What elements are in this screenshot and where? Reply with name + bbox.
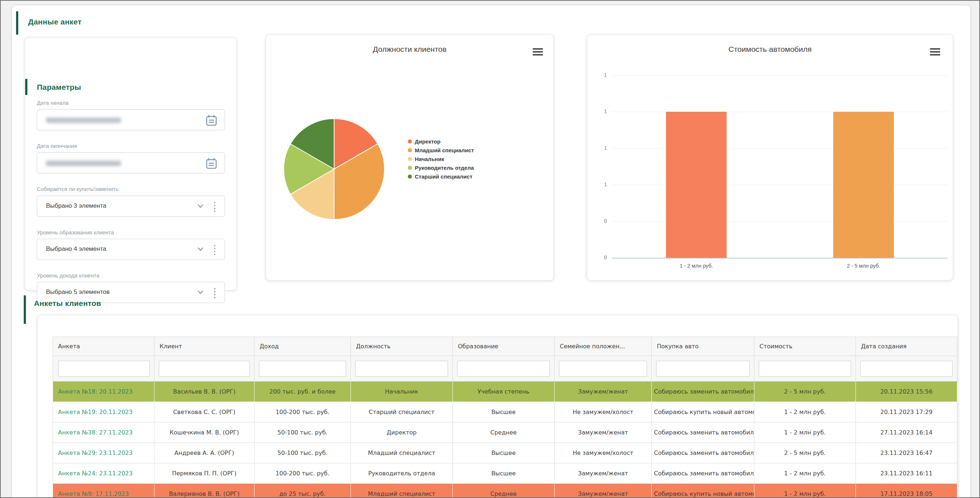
client-sheets-table-wrap: АнкетаКлиентДоходДолжностьОбразованиеСем… bbox=[52, 337, 958, 498]
table-cell: Собираюсь купить новый автомобиль bbox=[652, 484, 754, 498]
section-accent-bar bbox=[16, 11, 18, 35]
sheet-link[interactable]: Анкета №19: 20.11.2023 bbox=[58, 409, 132, 415]
sheet-link[interactable]: Анкета №18: 20.11.2023 bbox=[58, 388, 132, 395]
column-filter-input[interactable] bbox=[457, 361, 550, 377]
y-axis-tick-label: 1 bbox=[589, 72, 607, 78]
column-header[interactable]: Дата создания bbox=[856, 337, 957, 356]
table-cell: Старший специалист bbox=[351, 402, 453, 422]
column-filter-input[interactable] bbox=[759, 361, 851, 377]
table-cell: Учебная степень bbox=[453, 382, 555, 402]
table-row[interactable]: Анкета №18: 20.11.2023Васильев В. В. (ОР… bbox=[53, 382, 957, 402]
table-cell: Анкета №19: 20.11.2023 bbox=[53, 402, 154, 422]
positions-pie-chart[interactable] bbox=[283, 118, 385, 220]
filter-cell bbox=[154, 356, 255, 382]
sheet-link[interactable]: Анкета №29: 23.11.2023 bbox=[58, 449, 132, 457]
sheet-link[interactable]: Анкета №38: 27.11.2023 bbox=[58, 429, 132, 436]
table-cell: Замужем/женат bbox=[555, 422, 652, 443]
filter-cell bbox=[255, 356, 351, 382]
table-cell: Анкета №18: 20.11.2023 bbox=[53, 382, 154, 402]
chart-menu-icon[interactable] bbox=[533, 48, 543, 56]
filter-cell bbox=[351, 356, 453, 382]
column-header[interactable]: Покупка авто bbox=[652, 337, 754, 356]
table-cell: Руководитель отдела bbox=[351, 463, 453, 484]
table-filter-row[interactable] bbox=[53, 356, 957, 382]
table-cell: Пермяков П. П. (ОРГ) bbox=[154, 463, 255, 484]
table-cell: Высшее bbox=[453, 463, 555, 484]
bar-1[interactable] bbox=[666, 112, 727, 258]
legend-dot-icon bbox=[408, 140, 412, 143]
client-sheets-card: АнкетаКлиентДоходДолжностьОбразованиеСем… bbox=[38, 315, 958, 498]
filter-cell bbox=[555, 356, 652, 382]
column-filter-input[interactable] bbox=[355, 361, 448, 377]
legend-dot-icon bbox=[408, 175, 412, 178]
end-date-value-redacted bbox=[46, 161, 121, 166]
column-filter-input[interactable] bbox=[259, 361, 346, 377]
income-level-value: Выбрано 5 элементов bbox=[46, 288, 110, 296]
column-header[interactable]: Клиент bbox=[154, 337, 255, 356]
education-level-select[interactable]: Выбрано 4 элемента bbox=[37, 239, 225, 260]
column-header[interactable]: Образование bbox=[453, 337, 555, 356]
y-axis-tick-label: 1 bbox=[589, 108, 607, 114]
education-level-value: Выбрано 4 элемента bbox=[46, 245, 106, 253]
table-cell: Валерианов В. В. (ОРГ) bbox=[154, 484, 255, 498]
gridline bbox=[612, 185, 948, 185]
legend-dot-icon bbox=[408, 166, 412, 170]
column-filter-input[interactable] bbox=[559, 361, 647, 377]
kebab-menu-icon[interactable] bbox=[214, 200, 216, 213]
table-cell: Не замужем/холост bbox=[555, 443, 652, 463]
table-cell: Кошечкина М. В. (ОРГ) bbox=[154, 422, 255, 443]
buy-replace-select[interactable]: Выбрано 3 элемента bbox=[37, 196, 225, 217]
car-cost-bar-plot[interactable]: 1111001 - 2 млн руб.2 - 5 млн руб. bbox=[587, 35, 953, 280]
column-header[interactable]: Стоимость bbox=[754, 337, 856, 356]
chevron-down-icon[interactable] bbox=[197, 204, 204, 208]
legend-label: Старший специалист bbox=[415, 173, 473, 180]
table-row[interactable]: Анкета №9: 17.11.2023Валерианов В. В. (О… bbox=[53, 484, 957, 498]
table-cell: Высшее bbox=[453, 402, 555, 422]
column-filter-input[interactable] bbox=[58, 361, 150, 377]
x-axis-category-label: 1 - 2 млн руб. bbox=[656, 263, 737, 269]
sheet-link[interactable]: Анкета №9: 17.11.2023 bbox=[58, 490, 129, 497]
filter-cell bbox=[652, 356, 754, 382]
calendar-icon[interactable] bbox=[205, 158, 217, 169]
pie-chart-title: Должности клиентов bbox=[266, 45, 553, 54]
buy-replace-label: Собирается ли купить/заменить bbox=[37, 186, 118, 192]
education-level-label: Уровень образования клиента bbox=[37, 229, 114, 235]
column-filter-input[interactable] bbox=[860, 361, 953, 377]
legend-dot-icon bbox=[408, 148, 412, 152]
column-filter-input[interactable] bbox=[159, 361, 250, 377]
legend-label: Руководитель отдела bbox=[415, 165, 474, 171]
column-header[interactable]: Семейное положен... bbox=[555, 337, 652, 356]
sheet-link[interactable]: Анкета №24: 23.11.2023 bbox=[58, 470, 132, 477]
bar-2[interactable] bbox=[833, 112, 894, 258]
kebab-menu-icon[interactable] bbox=[214, 286, 216, 299]
table-cell: 1 - 2 млн руб. bbox=[754, 422, 856, 443]
table-row[interactable]: Анкета №19: 20.11.2023Светкова С. С. (ОР… bbox=[53, 402, 957, 422]
table-row[interactable]: Анкета №29: 23.11.2023Андреев А. А. (ОРГ… bbox=[53, 443, 957, 463]
y-axis-tick-label: 0 bbox=[589, 255, 607, 260]
table-cell: 23.11.2023 16:47 bbox=[856, 443, 957, 463]
table-cell: 100-200 тыс. руб. bbox=[255, 402, 351, 422]
table-cell: 50-100 тыс. руб. bbox=[255, 422, 351, 443]
legend-item: Директор bbox=[408, 137, 440, 146]
page-title: Данные анкет bbox=[28, 18, 81, 26]
table-row[interactable]: Анкета №24: 23.11.2023Пермяков П. П. (ОР… bbox=[53, 463, 957, 484]
column-header[interactable]: Должность bbox=[351, 337, 453, 356]
filter-cell bbox=[453, 356, 555, 382]
column-header[interactable]: Доход bbox=[255, 337, 351, 356]
start-date-input[interactable] bbox=[37, 109, 225, 130]
table-cell: Андреев А. А. (ОРГ) bbox=[154, 443, 255, 463]
table-cell: Анкета №24: 23.11.2023 bbox=[53, 463, 154, 484]
client-sheets-table[interactable]: АнкетаКлиентДоходДолжностьОбразованиеСем… bbox=[52, 337, 957, 498]
chevron-down-icon[interactable] bbox=[197, 290, 204, 294]
column-header[interactable]: Анкета bbox=[53, 337, 154, 356]
parameters-title: Параметры bbox=[37, 83, 81, 92]
calendar-icon[interactable] bbox=[205, 114, 217, 126]
table-row[interactable]: Анкета №38: 27.11.2023Кошечкина М. В. (О… bbox=[53, 422, 957, 443]
table-cell: Младший специалист bbox=[351, 484, 453, 498]
kebab-menu-icon[interactable] bbox=[214, 243, 216, 256]
column-filter-input[interactable] bbox=[656, 361, 749, 377]
chevron-down-icon[interactable] bbox=[197, 247, 204, 251]
table-header-row[interactable]: АнкетаКлиентДоходДолжностьОбразованиеСем… bbox=[53, 337, 957, 356]
table-cell: Младший специалист bbox=[351, 443, 453, 463]
end-date-input[interactable] bbox=[37, 152, 225, 173]
